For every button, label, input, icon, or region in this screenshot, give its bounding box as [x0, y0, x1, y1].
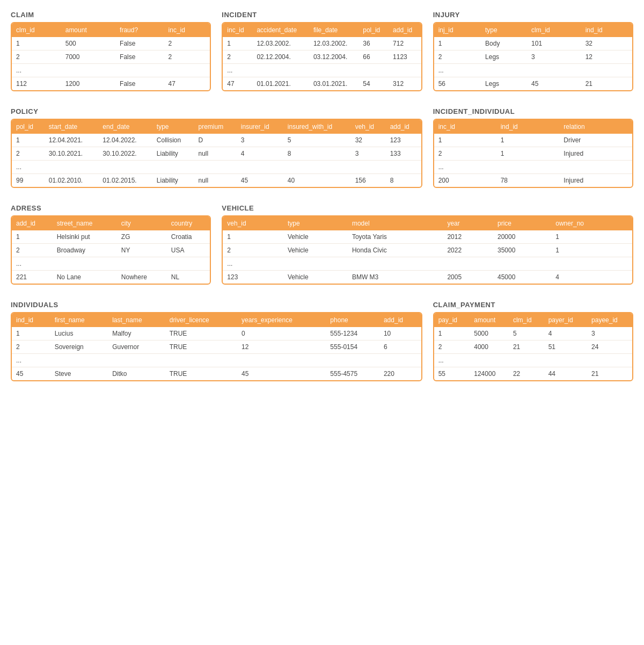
adress-title: ADRESS [11, 204, 211, 212]
table-cell: Injured [559, 174, 632, 187]
table-row: 112.04.2021.12.04.2022.CollisionD3532123 [12, 134, 421, 147]
col-header-type: type [283, 216, 348, 230]
table-cell [117, 257, 167, 271]
table-cell: 5000 [470, 327, 509, 340]
table-cell: 40 [283, 174, 351, 187]
table-cell: Guvernor [108, 340, 165, 354]
table-row: 2Legs312 [434, 50, 632, 64]
table-row: ... [434, 64, 632, 77]
claim-table: clm_idamountfraud?inc_id 1500False227000… [11, 22, 211, 91]
col-header-last_name: last_name [108, 313, 165, 327]
table-cell: 1 [223, 230, 283, 244]
table-cell: 1 [496, 134, 560, 147]
table-row: ... [434, 354, 632, 367]
table-cell: NY [117, 244, 167, 257]
table-cell: 2012 [443, 230, 493, 244]
table-cell: Helsinki put [53, 230, 117, 244]
table-cell: 24 [587, 340, 632, 354]
table-cell: 4000 [470, 340, 509, 354]
table-cell: 01.01.2021. [252, 77, 309, 91]
table-cell: Driver [559, 134, 632, 147]
table-cell: null [194, 147, 237, 161]
table-cell [152, 161, 194, 174]
table-cell: 555-1234 [326, 327, 379, 340]
table-cell: D [194, 134, 237, 147]
table-row: ... [12, 161, 421, 174]
incident-section: INCIDENT inc_idaccident_datefile_datepol… [222, 11, 422, 91]
table-cell: 12.03.2002. [309, 37, 358, 50]
table-cell: 45000 [493, 271, 551, 284]
claim-payment-table: pay_idamountclm_idpayer_idpayee_id 15000… [433, 312, 633, 381]
table-row: 1500False2 [12, 37, 210, 50]
incident-individual-table: inc_idind_idrelation 11Driver21Injured..… [433, 119, 633, 188]
table-cell: 500 [61, 37, 115, 50]
table-cell: TRUE [165, 367, 237, 381]
table-cell: 2 [12, 244, 53, 257]
table-cell: Broadway [53, 244, 117, 257]
vehicle-section: VEHICLE veh_idtypemodelyearpriceowner_no… [222, 204, 633, 285]
table-cell: 4 [237, 147, 283, 161]
page-layout: CLAIM clm_idamountfraud?inc_id 1500False… [11, 11, 633, 381]
table-cell: No Lane [53, 271, 117, 284]
table-row: ... [12, 354, 421, 367]
table-cell: 2 [12, 340, 50, 354]
injury-table: inj_idtypeclm_idind_id 1Body101322Legs31… [433, 22, 633, 91]
table-cell: 221 [12, 271, 53, 284]
table-cell: 2 [223, 50, 252, 64]
table-row: 202.12.2004.03.12.2004.661123 [223, 50, 421, 64]
col-header-inc_id: inc_id [223, 23, 252, 37]
table-cell: 10 [379, 327, 421, 340]
adress-table: add_idstreet_namecitycountry 1Helsinki p… [11, 215, 211, 285]
table-cell: 36 [358, 37, 389, 50]
table-cell: 200 [434, 174, 496, 187]
claim-payment-title: CLAIM_PAYMENT [433, 301, 633, 309]
table-cell [587, 354, 632, 367]
col-header-owner_no: owner_no [551, 216, 632, 230]
table-cell: Liability [152, 147, 194, 161]
col-header-amount: amount [61, 23, 115, 37]
table-cell: 01.02.2015. [98, 174, 152, 187]
table-cell [61, 64, 115, 77]
table-cell: Vehicle [283, 230, 348, 244]
col-header-clm_id: clm_id [509, 313, 544, 327]
table-row: 20078Injured [434, 174, 632, 187]
table-cell [237, 161, 283, 174]
table-cell: 12.03.2002. [252, 37, 309, 50]
table-row: 2VehicleHonda Civic2022350001 [223, 244, 632, 257]
table-cell: ... [12, 161, 45, 174]
table-cell: 112 [12, 77, 61, 91]
col-header-pol_id: pol_id [12, 120, 45, 134]
table-row: 55124000224421 [434, 367, 632, 381]
col-header-clm_id: clm_id [12, 23, 61, 37]
table-cell [164, 64, 210, 77]
table-row: 1Helsinki putZGCroatia [12, 230, 210, 244]
table-row: ... [12, 64, 210, 77]
table-cell: Legs [481, 77, 527, 91]
injury-section: INJURY inj_idtypeclm_idind_id 1Body10132… [433, 11, 633, 91]
col-header-type: type [152, 120, 194, 134]
table-cell [283, 257, 348, 271]
policy-title: POLICY [11, 107, 422, 115]
table-cell: null [194, 174, 237, 187]
incident-individual-section: INCIDENT_INDIVIDUAL inc_idind_idrelation… [433, 107, 633, 188]
table-cell: 21 [587, 367, 632, 381]
table-cell [481, 64, 527, 77]
table-cell: 32 [581, 37, 632, 50]
table-cell: Vehicle [283, 244, 348, 257]
col-header-country: country [167, 216, 210, 230]
col-header-city: city [117, 216, 167, 230]
table-row: 21Injured [434, 147, 632, 161]
table-row: ... [223, 64, 421, 77]
table-cell: 1 [434, 327, 470, 340]
table-cell: 312 [389, 77, 421, 91]
table-cell [167, 257, 210, 271]
table-cell [544, 354, 587, 367]
col-header-accident_date: accident_date [252, 23, 309, 37]
col-header-add_id: add_id [379, 313, 421, 327]
table-cell: Nowhere [117, 271, 167, 284]
table-cell [53, 257, 117, 271]
table-cell: 133 [386, 147, 421, 161]
table-cell: 4 [551, 271, 632, 284]
table-cell: 2 [12, 50, 61, 64]
table-cell: 1 [496, 147, 560, 161]
